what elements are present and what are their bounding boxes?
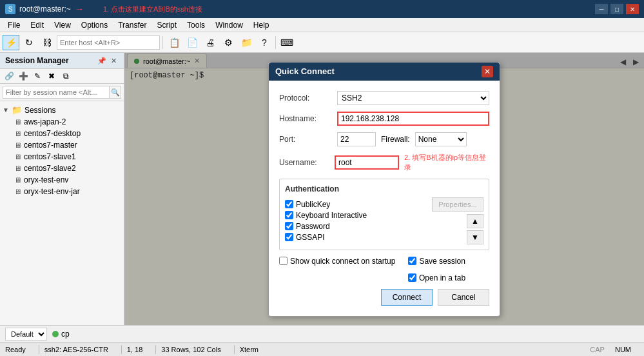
maximize-button[interactable]: □ [610, 4, 623, 14]
menu-edit[interactable]: Edit [25, 19, 49, 31]
save-session-check[interactable]: Save session [408, 257, 465, 266]
session-item-label: aws-japan-2 [24, 117, 66, 126]
auth-gssapi[interactable]: GSSAPI [285, 233, 367, 242]
main-area: Session Manager 📌 ✕ 🔗 ➕ ✎ ✖ ⧉ 🔍 ▼ 📁 Sess… [0, 53, 644, 325]
terminal-type: Xterm [240, 346, 259, 353]
disconnect-button[interactable]: ⛓ [39, 35, 55, 50]
auth-gssapi-checkbox[interactable] [285, 233, 293, 241]
arrow-icon: → [75, 4, 84, 14]
auth-publickey[interactable]: PublicKey [285, 200, 367, 209]
menu-window[interactable]: Window [210, 19, 248, 31]
close-window-button[interactable]: ✕ [626, 4, 639, 14]
list-item[interactable]: 🖥 oryx-test-env-jar [0, 186, 124, 197]
help-button[interactable]: ? [256, 35, 273, 50]
username-row: Username: 2. 填写B机器的ip等信息登录 [279, 153, 489, 172]
hostname-row: Hostname: [279, 112, 489, 126]
move-up-button[interactable]: ▲ [467, 214, 483, 228]
list-item[interactable]: 🖥 centos7-master [0, 139, 124, 151]
minimize-button[interactable]: ─ [595, 4, 608, 14]
list-item[interactable]: 🖥 aws-japan-2 [0, 116, 124, 128]
connect-button[interactable]: Connect [381, 289, 433, 306]
sidebar-clone-button[interactable]: ⧉ [59, 70, 72, 82]
menu-help[interactable]: Help [248, 19, 275, 31]
dialog-action-buttons: Connect Cancel [279, 289, 489, 306]
open-in-tab-check[interactable]: Open in a tab [408, 273, 489, 282]
keypad-button[interactable]: ⌨ [278, 35, 295, 50]
auth-section-title: Authentication [285, 184, 483, 193]
status-separator-2 [121, 345, 122, 354]
menu-view[interactable]: View [49, 19, 76, 31]
quick-connect-button[interactable]: ⚡ [3, 35, 19, 50]
filter-search-button[interactable]: 🔍 [110, 86, 121, 99]
session-item-label: oryx-test-env-jar [24, 187, 80, 196]
hostname-label: Hostname: [279, 114, 337, 123]
sidebar-pin-button[interactable]: 📌 [97, 55, 107, 66]
ssh-info: ssh2: AES-256-CTR [44, 346, 108, 353]
menu-transfer[interactable]: Transfer [113, 19, 151, 31]
server-icon: 🖥 [14, 176, 21, 184]
menu-file[interactable]: File [3, 19, 25, 31]
show-quick-connect-label: Show quick connect on startup [290, 257, 395, 266]
auth-password[interactable]: Password [285, 222, 367, 231]
dialog-close-button[interactable]: ✕ [482, 66, 493, 77]
menu-options[interactable]: Options [76, 19, 113, 31]
auth-password-checkbox[interactable] [285, 222, 293, 230]
session-item-label: centos7-slave1 [24, 152, 76, 161]
content-area: root@master:~ ✕ ◀ ▶ [root@master ~]$ Qui… [124, 53, 644, 325]
menu-tools[interactable]: Tools [182, 19, 210, 31]
list-item[interactable]: 🖥 centos7-slave2 [0, 163, 124, 174]
sidebar-header-controls: 📌 ✕ [97, 55, 119, 66]
sidebar-properties-button[interactable]: ✎ [31, 70, 44, 82]
auth-keyboard-checkbox[interactable] [285, 211, 293, 219]
list-item[interactable]: 🖥 centos7-desktop [0, 128, 124, 139]
connected-label: cp [61, 330, 70, 339]
sidebar-close-button[interactable]: ✕ [108, 55, 119, 66]
sidebar-title: Session Manager [5, 56, 69, 65]
print-button[interactable]: 🖨 [202, 35, 219, 50]
host-input[interactable] [57, 35, 160, 50]
move-down-button[interactable]: ▼ [467, 230, 483, 244]
protocol-select[interactable]: SSH2 [337, 91, 489, 105]
auth-keyboard[interactable]: Keyboard Interactive [285, 211, 367, 220]
session-tree: ▼ 📁 Sessions 🖥 aws-japan-2 🖥 centos7-des… [0, 101, 124, 325]
title-bar-title: root@master:~ [19, 5, 71, 14]
separator-2 [275, 36, 276, 49]
sessions-root[interactable]: ▼ 📁 Sessions [0, 104, 124, 116]
list-item[interactable]: 🖥 oryx-test-env [0, 174, 124, 186]
cancel-button[interactable]: Cancel [438, 289, 489, 306]
sidebar-delete-button[interactable]: ✖ [45, 70, 58, 82]
list-item[interactable]: 🖥 centos7-slave1 [0, 151, 124, 163]
num-indicator: NUM [615, 346, 631, 353]
settings-button[interactable]: ⚙ [220, 35, 237, 50]
reconnect-button[interactable]: ↻ [21, 35, 37, 50]
sidebar-header: Session Manager 📌 ✕ [0, 53, 124, 69]
sidebar-new-button[interactable]: ➕ [17, 70, 30, 82]
open-in-tab-checkbox[interactable] [408, 273, 416, 282]
auth-publickey-label: PublicKey [296, 200, 330, 209]
paste-button[interactable]: 📄 [184, 35, 200, 50]
menu-script[interactable]: Script [151, 19, 182, 31]
sidebar-connect-button[interactable]: 🔗 [3, 70, 15, 82]
auth-keyboard-label: Keyboard Interactive [296, 211, 367, 220]
sessions-root-label: Sessions [24, 106, 56, 115]
hostname-input[interactable] [337, 112, 489, 126]
server-icon: 🖥 [14, 188, 21, 195]
copy-button[interactable]: 📋 [166, 35, 182, 50]
sftp-button[interactable]: 📁 [238, 35, 255, 50]
sidebar-toolbar: 🔗 ➕ ✎ ✖ ⧉ [0, 69, 124, 84]
title-bar-controls: ─ □ ✕ [595, 4, 639, 14]
show-quick-connect-checkbox[interactable] [279, 257, 288, 265]
folder-icon: 📁 [12, 105, 22, 115]
firewall-select[interactable]: None [415, 132, 467, 146]
save-session-checkbox[interactable] [408, 257, 416, 265]
dialog-title: Quick Connect [275, 66, 335, 76]
auth-publickey-checkbox[interactable] [285, 200, 293, 208]
dialog-body: Protocol: SSH2 Hostname: Port: [269, 81, 500, 316]
session-filter-input[interactable] [3, 86, 110, 99]
properties-button[interactable]: Properties... [432, 197, 483, 212]
session-dropdown[interactable]: Default [5, 328, 47, 341]
username-input[interactable] [335, 155, 399, 170]
port-input[interactable] [337, 132, 376, 146]
show-quick-connect-check[interactable]: Show quick connect on startup [279, 257, 395, 266]
dialog-footer-checks: Show quick connect on startup Save sessi… [279, 257, 489, 266]
